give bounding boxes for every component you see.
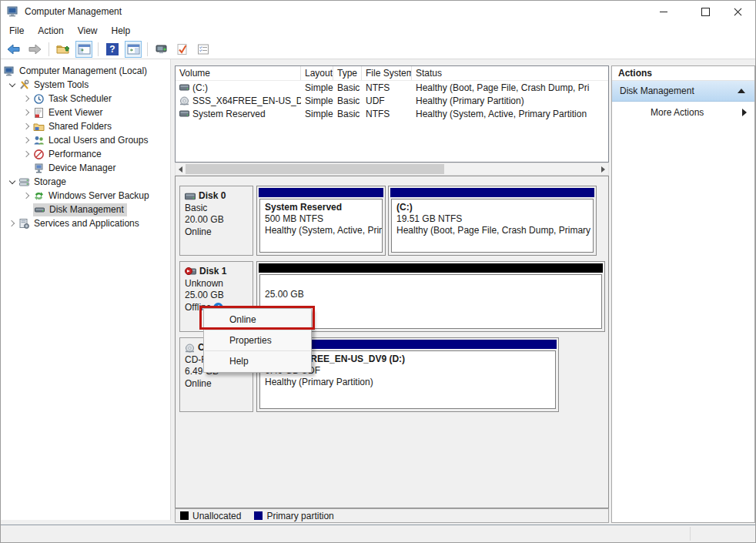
volume-type: Basic — [333, 109, 362, 119]
window-title: Computer Management — [25, 6, 122, 17]
check-document-button[interactable] — [174, 41, 191, 58]
up-folder-button[interactable] — [55, 41, 72, 58]
tree-item-label: Task Scheduler — [49, 93, 112, 104]
tree-item-task-scheduler[interactable]: Task Scheduler — [1, 92, 170, 106]
disk-management-icon — [34, 204, 45, 216]
expander-collapsed-icon[interactable] — [21, 152, 33, 156]
menu-help[interactable]: Help — [105, 23, 138, 39]
help-button[interactable]: ? — [104, 41, 121, 58]
volume-name: System Reserved — [192, 109, 266, 119]
checklist-icon — [197, 43, 209, 55]
column-header-volume[interactable]: Volume — [176, 66, 301, 80]
device-manager-icon — [33, 163, 45, 174]
tree-item-storage[interactable]: Storage — [1, 175, 170, 189]
volume-name: SSS_X64FREE_EN-US_DV9 (D:) — [192, 96, 301, 106]
volume-row-c[interactable]: (C:) Simple Basic NTFS Healthy (Boot, Pa… — [176, 81, 608, 94]
menu-view[interactable]: View — [71, 23, 105, 39]
context-menu-item-help[interactable]: Help — [204, 351, 311, 371]
tree-item-local-users-groups[interactable]: Local Users and Groups — [1, 133, 170, 147]
tree-item-label: System Tools — [34, 79, 89, 90]
disk-size: 25.00 GB — [185, 290, 253, 302]
expander-collapsed-icon[interactable] — [21, 193, 33, 198]
disk-type: Basic — [185, 203, 253, 215]
forward-button[interactable] — [26, 41, 43, 58]
expander-collapsed-icon[interactable] — [21, 138, 33, 142]
show-action-pane-button[interactable] — [125, 41, 142, 58]
legend-bar: Unallocated Primary partition — [175, 508, 609, 523]
context-menu-item-properties[interactable]: Properties — [204, 330, 311, 350]
show-console-tree-button[interactable] — [75, 41, 92, 58]
tree-item-label: Shared Folders — [49, 121, 112, 132]
volume-type: Basic — [333, 96, 362, 106]
partition-title: (C:) — [396, 202, 588, 213]
volume-status: Healthy (System, Active, Primary Partiti… — [412, 109, 608, 119]
column-header-status[interactable]: Status — [412, 66, 608, 80]
column-header-layout[interactable]: Layout — [301, 66, 333, 80]
more-actions-label: More Actions — [651, 107, 704, 118]
tree-item-services-applications[interactable]: Services and Applications — [1, 216, 170, 230]
disk-size: 20.00 GB — [185, 214, 253, 226]
selected-tree-item-highlight: Disk Management — [33, 203, 127, 216]
minimize-icon — [660, 12, 667, 12]
column-header-type[interactable]: Type — [333, 66, 362, 80]
disk-status: Online — [185, 226, 253, 239]
disk-icon — [179, 84, 189, 91]
toolbar-separator — [98, 42, 99, 56]
expander-expanded-icon[interactable] — [6, 181, 18, 183]
scroll-left-arrow-icon[interactable] — [179, 166, 182, 173]
minimize-button[interactable] — [646, 1, 681, 22]
expander-expanded-icon[interactable] — [6, 84, 18, 86]
tree-item-event-viewer[interactable]: Event Viewer — [1, 106, 170, 119]
disk0-card[interactable]: Disk 0 Basic 20.00 GB Online — [179, 186, 253, 256]
tree-item-performance[interactable]: Performance — [1, 147, 170, 161]
toolbar-separator — [147, 42, 148, 56]
more-actions-item[interactable]: More Actions — [612, 102, 754, 123]
expander-collapsed-icon[interactable] — [21, 110, 33, 115]
unallocated-swatch — [180, 511, 189, 520]
back-button[interactable] — [5, 41, 22, 58]
actions-group-disk-management[interactable]: Disk Management — [612, 81, 754, 102]
horizontal-scrollbar[interactable] — [175, 163, 609, 176]
scrollbar-thumb[interactable] — [186, 164, 444, 174]
computer-icon — [4, 65, 15, 77]
menu-file[interactable]: File — [2, 23, 31, 39]
checklist-button[interactable] — [195, 41, 212, 58]
tree-item-windows-server-backup[interactable]: Windows Server Backup — [1, 189, 170, 203]
partition-color-bar — [390, 188, 594, 197]
legend-label-unallocated: Unallocated — [192, 511, 241, 521]
console-button[interactable] — [153, 41, 170, 58]
maximize-button[interactable] — [687, 1, 723, 22]
context-menu-item-online[interactable]: Online — [204, 310, 311, 330]
tree-item-shared-folders[interactable]: Shared Folders — [1, 119, 170, 133]
tree-item-disk-management[interactable]: Disk Management — [1, 203, 170, 216]
check-document-icon — [176, 43, 189, 55]
collapse-icon[interactable] — [738, 89, 745, 93]
close-button[interactable] — [720, 1, 755, 22]
menu-action[interactable]: Action — [31, 23, 70, 39]
partition-system-reserved[interactable]: System Reserved 500 MB NTFS Healthy (Sys… — [256, 186, 386, 256]
expander-collapsed-icon[interactable] — [6, 221, 18, 226]
task-scheduler-icon — [33, 93, 45, 105]
partition-size: 25.00 GB — [265, 289, 597, 300]
title-bar: Computer Management — [1, 1, 755, 22]
help-icon: ? — [106, 43, 119, 55]
expander-collapsed-icon[interactable] — [21, 96, 33, 101]
scroll-right-arrow-icon[interactable] — [601, 166, 605, 173]
tree-item-label: Computer Management (Local) — [19, 65, 147, 76]
column-header-file-system[interactable]: File System — [362, 66, 412, 80]
tree-item-device-manager[interactable]: Device Manager — [1, 161, 170, 175]
expander-collapsed-icon[interactable] — [21, 124, 33, 129]
console-tree: Computer Management (Local) System Tools… — [1, 59, 171, 520]
tree-item-computer-management[interactable]: Computer Management (Local) — [1, 64, 170, 78]
partition-c[interactable]: (C:) 19.51 GB NTFS Healthy (Boot, Page F… — [388, 186, 597, 256]
disk-type: Unknown — [185, 278, 253, 290]
tree-item-label: Device Manager — [49, 163, 115, 173]
disk-management-view: Volume Layout Type File System Status (C… — [175, 65, 609, 523]
volume-row-d[interactable]: SSS_X64FREE_EN-US_DV9 (D:) Simple Basic … — [176, 94, 608, 107]
partition-title: System Reserved — [265, 202, 377, 213]
disk-status: Online — [185, 378, 253, 390]
computer-management-window: Computer Management File Action View Hel… — [0, 0, 756, 543]
maximize-icon — [701, 8, 710, 16]
volume-row-system-reserved[interactable]: System Reserved Simple Basic NTFS Health… — [176, 107, 608, 120]
tree-item-system-tools[interactable]: System Tools — [1, 78, 170, 92]
